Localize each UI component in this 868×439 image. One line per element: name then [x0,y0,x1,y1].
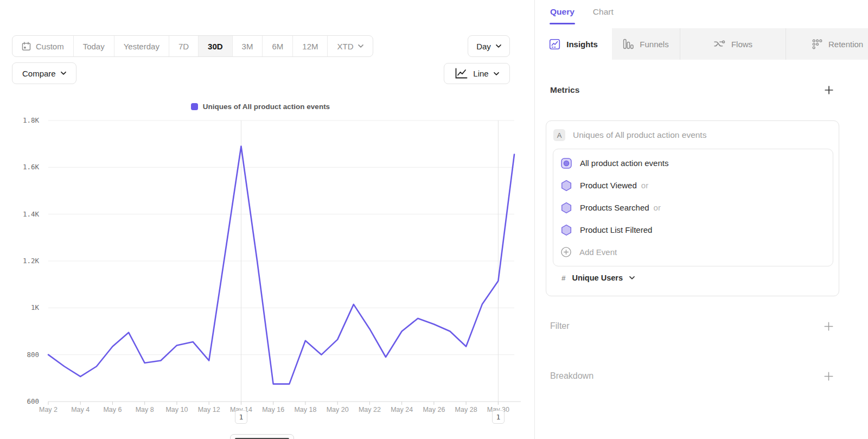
x-tick-label: May 22 [359,406,381,413]
y-tick-label: 1.8K [23,116,40,124]
x-tick-label: May 6 [103,406,122,413]
tab-label: Query [550,7,575,16]
panel-tabs: Query Chart [550,7,614,24]
x-tick-label: May 18 [294,406,316,413]
aggregation-label: Unique Users [572,273,623,282]
annotation-badge[interactable]: 1 [235,410,247,424]
hash-icon: # [561,274,566,282]
tab-funnels[interactable]: Funnels [612,28,680,60]
tab-insights[interactable]: Insights [535,28,612,60]
tab-retention[interactable]: Retention [786,28,868,60]
tab-query[interactable]: Query [550,7,575,24]
y-tick-label: 1.2K [23,257,40,265]
event-row[interactable]: All product action events [553,152,833,174]
filter-title: Filter [550,321,570,331]
filter-section: Filter [550,318,833,334]
metrics-card: A Uniques of All product action events A… [546,120,839,296]
tab-label: Insights [566,40,598,49]
tab-label: Flows [731,40,752,49]
y-tick-label: 1.4K [23,210,40,218]
tab-label: Retention [828,40,863,49]
x-tick-label: May 4 [71,406,90,413]
tab-label: Funnels [640,40,668,49]
breakdown-section: Breakdown [550,368,833,384]
cutoff-element [230,434,294,439]
annotation-badge[interactable]: 1 [492,410,505,424]
flows-icon [713,39,725,49]
event-name: Product List Filtered [580,225,652,234]
x-tick-label: May 2 [39,406,58,413]
x-tick-label: May 20 [327,406,349,413]
funnels-icon [623,39,634,49]
add-event-label: Add Event [579,247,617,257]
metrics-title: Metrics [550,85,579,95]
x-tick-label: May 10 [165,406,188,413]
annotation-count: 1 [496,413,500,421]
event-operator: or [641,181,648,190]
event-operator: or [654,203,661,212]
analytics-app: CustomTodayYesterday7D30D3M6M12MXTD Day … [0,0,868,439]
line-chart: 6008001K1.2K1.4K1.6K1.8KMay 2May 4May 6M… [0,0,534,439]
chart-pane: CustomTodayYesterday7D30D3M6M12MXTD Day … [0,0,534,439]
formula-badge: A [553,129,565,141]
x-tick-label: May 28 [455,406,477,413]
metrics-header: Metrics [550,81,833,99]
hexagon-icon [560,224,572,236]
y-tick-label: 1.6K [23,163,40,171]
y-tick-label: 1K [31,303,40,311]
event-row[interactable]: Product Viewedor [553,174,833,196]
tab-chart[interactable]: Chart [593,7,614,24]
query-panel: Query Chart InsightsFunnelsFlowsRetentio… [534,0,868,439]
x-tick-label: May 16 [262,406,284,413]
breakdown-title: Breakdown [550,371,593,381]
y-tick-label: 600 [27,397,39,405]
x-tick-label: May 26 [423,406,445,413]
events-list: All product action eventsProduct Viewedo… [553,149,833,266]
formula-row[interactable]: A Uniques of All product action events [553,129,833,142]
add-filter-button[interactable] [824,322,833,331]
tab-label: Chart [593,7,614,16]
y-tick-label: 800 [27,351,39,359]
aggregation-selector[interactable]: # Unique Users [553,273,833,282]
event-name: All product action events [580,158,668,168]
x-tick-label: May 24 [391,406,413,413]
tab-flows[interactable]: Flows [680,28,786,60]
event-name: Product Viewed [580,181,637,190]
retention-icon [812,39,822,49]
add-event-button[interactable]: Add Event [553,241,833,263]
add-breakdown-button[interactable] [824,372,833,381]
hexagon-icon [560,202,572,214]
x-tick-label: May 8 [136,406,154,413]
circle-plus-icon [560,246,572,258]
chevron-down-icon [629,276,635,279]
hexagon-icon [560,180,572,192]
event-row[interactable]: Product List Filtered [553,219,833,241]
all-events-icon [560,157,572,169]
event-row[interactable]: Products Searchedor [553,196,833,219]
insights-icon [549,39,560,50]
add-metric-button[interactable] [825,86,833,94]
data-series-line [48,146,514,384]
event-name: Products Searched [580,203,649,212]
annotation-count: 1 [239,413,244,421]
formula-label: Uniques of All product action events [573,130,706,140]
x-tick-label: May 12 [198,406,220,413]
report-tabs: InsightsFunnelsFlowsRetention [535,28,868,60]
